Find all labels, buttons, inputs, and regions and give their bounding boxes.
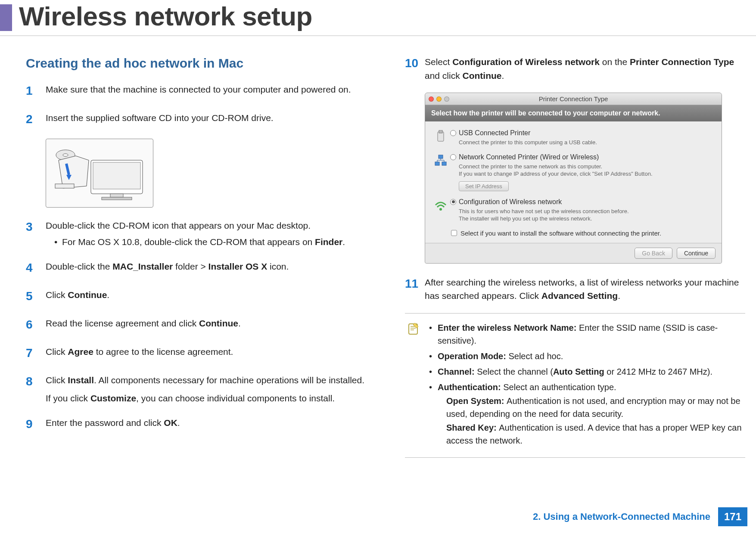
- step-number: 11: [405, 275, 425, 303]
- wifi-icon: [431, 198, 450, 212]
- step-text: Click Continue.: [46, 287, 109, 305]
- sub-text: For Mac OS X 10.8, double-click the CD-R…: [62, 235, 345, 249]
- step-text: Insert the supplied software CD into you…: [46, 110, 274, 128]
- b: Install: [68, 375, 94, 385]
- section-heading: Creating the ad hoc network in Mac: [26, 56, 388, 71]
- b: Auto Setting: [553, 367, 604, 376]
- t: Click: [46, 290, 68, 300]
- t: Select ad hoc.: [508, 351, 563, 361]
- b: Operation Mode:: [438, 351, 508, 361]
- note-icon: [405, 321, 422, 450]
- b: Channel:: [438, 367, 477, 376]
- svg-rect-6: [102, 197, 132, 200]
- page-number: 171: [718, 507, 747, 526]
- b: Shared Key:: [446, 423, 499, 432]
- t: or 2412 MHz to 2467 MHz).: [604, 367, 712, 376]
- set-ip-button[interactable]: Set IP Address: [459, 181, 509, 191]
- dialog-title: Printer Connection Type: [425, 95, 722, 102]
- checkbox-label: Select if you want to install the softwa…: [460, 230, 661, 237]
- b: Configuration of Wireless network: [452, 57, 600, 67]
- dialog-footer: Go Back Continue: [425, 243, 722, 263]
- step-5: 5 Click Continue.: [26, 287, 388, 305]
- step-10: 10 Select Configuration of Wireless netw…: [405, 54, 745, 82]
- option-usb: USB Connected Printer Connect the printe…: [431, 129, 716, 146]
- step-text: Double-click the MAC_Installer folder > …: [46, 259, 289, 277]
- t: folder >: [173, 261, 208, 271]
- bullet: •: [54, 235, 62, 249]
- svg-rect-10: [439, 155, 443, 158]
- checkbox-row[interactable]: Select if you want to install the softwa…: [431, 230, 716, 237]
- bullet: •: [429, 321, 438, 347]
- svg-rect-11: [435, 162, 439, 165]
- step-text: Read the license agreement and click Con…: [46, 316, 241, 334]
- continue-button[interactable]: Continue: [677, 248, 716, 259]
- step-number: 5: [26, 287, 46, 305]
- step-1: 1 Make sure that the machine is connecte…: [26, 82, 388, 100]
- t: to agree to the license agreement.: [93, 347, 233, 357]
- radio-usb[interactable]: USB Connected Printer: [450, 129, 716, 137]
- page-title: Wireless network setup: [19, 1, 312, 31]
- svg-rect-9: [439, 130, 442, 133]
- option-desc: Connect the printer to the same network …: [459, 163, 716, 178]
- bullet: •: [429, 381, 438, 447]
- t: , you can choose individual components t…: [136, 393, 335, 403]
- sub-bold: Finder: [315, 237, 342, 247]
- usb-icon: [431, 129, 450, 143]
- t: .: [502, 71, 504, 81]
- t: Click: [46, 347, 68, 357]
- sub-pre: For Mac OS X 10.8, double-click the CD-R…: [62, 237, 315, 247]
- right-column: 10 Select Configuration of Wireless netw…: [405, 56, 745, 458]
- note-item: Enter the wireless Network Name: Enter t…: [438, 321, 743, 347]
- b: Open System:: [446, 396, 507, 406]
- t: .: [238, 318, 241, 328]
- b: Continue: [199, 318, 238, 328]
- left-column: Creating the ad hoc network in Mac 1 Mak…: [26, 56, 388, 444]
- step-text: Click Install. All components necessary …: [46, 373, 364, 405]
- t: . All components necessary for machine o…: [94, 375, 364, 385]
- b: Customize: [90, 393, 136, 403]
- cd-illustration: [46, 139, 153, 208]
- step-text: After searching the wireless networks, a…: [425, 275, 745, 303]
- b: MAC_Installer: [112, 261, 173, 271]
- svg-rect-5: [110, 194, 123, 197]
- step-number: 9: [26, 415, 46, 433]
- b: Continue: [463, 71, 502, 81]
- step-number: 7: [26, 344, 46, 362]
- d2: If you want to change IP address of your…: [459, 171, 653, 177]
- step-11: 11 After searching the wireless networks…: [405, 275, 745, 303]
- note-box: • Enter the wireless Network Name: Enter…: [405, 313, 745, 458]
- t: and click: [425, 71, 463, 81]
- b: OK: [164, 418, 177, 428]
- b: Authentication:: [438, 382, 503, 392]
- step-number: 1: [26, 82, 46, 100]
- d1: This is for users who have not set up th…: [459, 208, 629, 214]
- dialog-titlebar: Printer Connection Type: [425, 93, 722, 105]
- step-2: 2 Insert the supplied software CD into y…: [26, 110, 388, 128]
- t: Read the license agreement and click: [46, 318, 199, 328]
- step-text: Select Configuration of Wireless network…: [425, 54, 745, 82]
- note-item: Channel: Select the channel (Auto Settin…: [438, 365, 712, 378]
- radio-icon: [450, 199, 456, 205]
- t: Select the channel (: [477, 367, 553, 376]
- option-label: Network Conneted Printer (Wired or Wirel…: [459, 153, 599, 161]
- radio-network[interactable]: Network Conneted Printer (Wired or Wirel…: [450, 153, 716, 161]
- b: Continue: [68, 290, 107, 300]
- t: Double-click the: [46, 261, 112, 271]
- t: Select an authentication type.: [503, 382, 616, 392]
- b: Printer Connection Type: [630, 57, 734, 67]
- t: If you click: [46, 393, 90, 403]
- step-sub: • For Mac OS X 10.8, double-click the CD…: [54, 235, 345, 249]
- radio-wireless-config[interactable]: Configuration of Wireless network: [450, 198, 716, 206]
- step-3: 3 Double-click the CD-ROM icon that appe…: [26, 218, 388, 248]
- step-text: Double-click the CD-ROM icon that appear…: [46, 218, 345, 248]
- step-number: 2: [26, 110, 46, 128]
- t: .: [107, 290, 109, 300]
- b: Agree: [68, 347, 93, 357]
- dialog-printer-connection-type: Printer Connection Type Select how the p…: [425, 93, 722, 264]
- note-sub: Open System: Authentication is not used,…: [446, 394, 743, 420]
- step-6: 6 Read the license agreement and click C…: [26, 316, 388, 334]
- go-back-button[interactable]: Go Back: [635, 248, 672, 259]
- step-number: 10: [405, 54, 425, 82]
- t: Enter the password and click: [46, 418, 164, 428]
- option-desc: Connect the printer to this computer usi…: [459, 139, 716, 146]
